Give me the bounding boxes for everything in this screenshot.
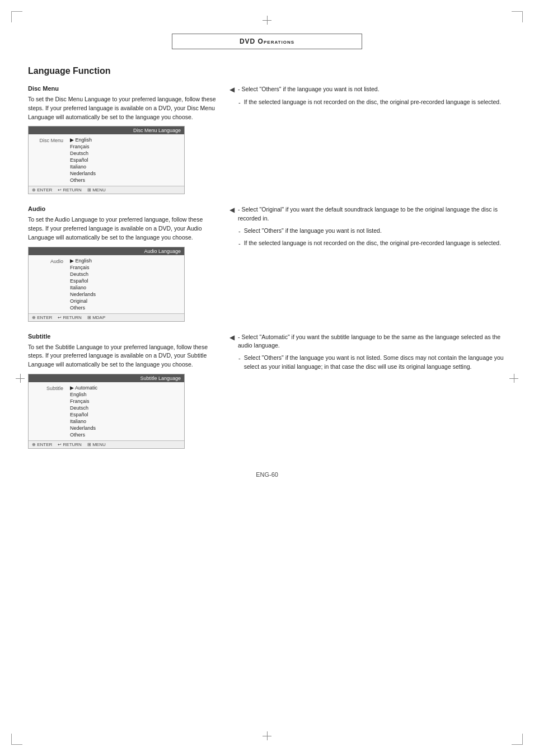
disc-menu-left: Disc Menu To set the Disc Menu Language … bbox=[28, 85, 218, 194]
subtitle-arrow-0: ◀ bbox=[229, 332, 235, 342]
subtitle-sub-text-0: Select "Others" if the language you want… bbox=[244, 354, 506, 372]
disc-menu-subtitle: Disc Menu bbox=[28, 85, 218, 92]
audio-sub-1: - If the selected language is not record… bbox=[238, 239, 506, 248]
disc-menu-arrow-0: ◀ bbox=[229, 84, 235, 95]
page-header: DVD Operations bbox=[172, 34, 362, 49]
audio-item-3: Español bbox=[68, 278, 184, 284]
audio-description: To set the Audio Language to your prefer… bbox=[28, 215, 218, 242]
subtitle-item-7: Others bbox=[68, 431, 184, 438]
subtitle-subtitle: Subtitle bbox=[28, 333, 218, 340]
subtitle-item-6: Nederlands bbox=[68, 425, 184, 431]
disc-menu-sub-0: - If the selected language is not record… bbox=[238, 98, 506, 107]
disc-menu-item-1: Français bbox=[68, 143, 184, 150]
subtitle-item-3: Deutsch bbox=[68, 405, 184, 411]
audio-item-7: Others bbox=[68, 304, 184, 311]
subtitle-item-5: Italiano bbox=[68, 418, 184, 425]
audio-bullet-text-0: - Select "Original" if you want the defa… bbox=[238, 205, 506, 223]
disc-menu-widget-footer: ⊕ ENTER ↩ RETURN ⊞ MENU bbox=[29, 186, 184, 194]
subtitle-bullet-text-0: - Select "Automatic" if you want the sub… bbox=[238, 333, 506, 351]
crosshair-right bbox=[509, 374, 518, 383]
subtitle-description: To set the Subtitle Language to your pre… bbox=[28, 343, 218, 369]
audio-footer-1: ↩ RETURN bbox=[58, 315, 82, 320]
section-title: Language Function bbox=[28, 60, 506, 76]
audio-menu-body: Audio English Français Deutsch Español I… bbox=[29, 255, 184, 313]
subtitle-menu-title: Subtitle Language bbox=[29, 374, 184, 382]
audio-menu-items: English Français Deutsch Español Italian… bbox=[68, 257, 184, 311]
disc-menu-widget: Disc Menu Language Disc Menu English Fra… bbox=[28, 126, 185, 194]
subtitle-item-0: Automatic bbox=[68, 384, 184, 391]
header-title: DVD Operations bbox=[240, 37, 294, 45]
audio-left: Audio To set the Audio Language to your … bbox=[28, 205, 218, 321]
audio-dash-0: - bbox=[238, 227, 241, 236]
disc-menu-item-4: Italiano bbox=[68, 163, 184, 170]
disc-menu-right: ◀ - Select "Others" if the language you … bbox=[218, 85, 506, 194]
subtitle-item-4: Español bbox=[68, 411, 184, 418]
audio-item-0: English bbox=[68, 257, 184, 264]
audio-right: ◀ - Select "Original" if you want the de… bbox=[218, 205, 506, 321]
corner-mark-bl bbox=[11, 734, 22, 745]
audio-sub-0: - Select "Others" if the language you wa… bbox=[238, 227, 506, 236]
subtitle-item-2: Français bbox=[68, 398, 184, 405]
disc-menu-widget-body: Disc Menu English Français Deutsch Españ… bbox=[29, 134, 184, 186]
audio-menu-title: Audio Language bbox=[29, 247, 184, 255]
crosshair-left bbox=[16, 374, 25, 383]
subtitle-dash-0: - bbox=[238, 354, 241, 372]
disc-menu-description: To set the Disc Menu Language to your pr… bbox=[28, 95, 218, 121]
audio-sub-text-0: Select "Others" if the language you want… bbox=[244, 227, 382, 236]
audio-menu-footer: ⊕ ENTER ↩ RETURN ⊞ MDAP bbox=[29, 313, 184, 321]
subtitle-menu-footer: ⊕ ENTER ↩ RETURN ⊞ MENU bbox=[29, 440, 184, 448]
disc-menu-footer-2: ⊞ MENU bbox=[87, 187, 106, 192]
subtitle-sub-0: - Select "Others" if the language you wa… bbox=[238, 354, 506, 372]
corner-mark-tl bbox=[11, 11, 22, 22]
disc-menu-footer-0: ⊕ ENTER bbox=[32, 187, 52, 192]
audio-menu-widget: Audio Language Audio English Français De… bbox=[28, 247, 185, 322]
disc-menu-bullet-0: ◀ - Select "Others" if the language you … bbox=[229, 85, 506, 95]
audio-arrow-0: ◀ bbox=[229, 205, 235, 215]
audio-item-2: Deutsch bbox=[68, 271, 184, 278]
subtitle-menu-items: Automatic English Français Deutsch Españ… bbox=[68, 384, 184, 438]
disc-menu-dash-0: - bbox=[238, 98, 241, 107]
disc-menu-item-6: Others bbox=[68, 177, 184, 184]
audio-item-6: Original bbox=[68, 298, 184, 304]
disc-menu-section: Disc Menu To set the Disc Menu Language … bbox=[28, 85, 506, 194]
audio-item-4: Italiano bbox=[68, 284, 184, 291]
subtitle-footer-0: ⊕ ENTER bbox=[32, 442, 52, 447]
subtitle-section: Subtitle To set the Subtitle Language to… bbox=[28, 333, 506, 449]
corner-mark-tr bbox=[512, 11, 523, 22]
audio-menu-label: Audio bbox=[29, 257, 68, 311]
crosshair-bottom bbox=[263, 731, 271, 740]
disc-menu-widget-label: Disc Menu bbox=[29, 137, 68, 184]
disc-menu-item-0: English bbox=[68, 137, 184, 143]
subtitle-menu-body: Subtitle Automatic English Français Deut… bbox=[29, 382, 184, 440]
disc-menu-footer-1: ↩ RETURN bbox=[58, 187, 82, 192]
disc-menu-item-3: Español bbox=[68, 157, 184, 163]
audio-bullet-0: ◀ - Select "Original" if you want the de… bbox=[229, 205, 506, 223]
audio-subtitle: Audio bbox=[28, 205, 218, 212]
disc-menu-widget-items: English Français Deutsch Español Italian… bbox=[68, 137, 184, 184]
subtitle-menu-label: Subtitle bbox=[29, 384, 68, 438]
subtitle-bullet-0: ◀ - Select "Automatic" if you want the s… bbox=[229, 333, 506, 351]
audio-section: Audio To set the Audio Language to your … bbox=[28, 205, 506, 321]
subtitle-item-1: English bbox=[68, 391, 184, 398]
disc-menu-widget-title: Disc Menu Language bbox=[29, 126, 184, 134]
subtitle-footer-1: ↩ RETURN bbox=[58, 442, 82, 447]
subtitle-footer-2: ⊞ MENU bbox=[87, 442, 106, 447]
subtitle-left: Subtitle To set the Subtitle Language to… bbox=[28, 333, 218, 449]
crosshair-top bbox=[263, 16, 271, 25]
audio-sub-text-1: If the selected language is not recorded… bbox=[244, 239, 501, 248]
disc-menu-bullet-text-0: - Select "Others" if the language you wa… bbox=[238, 85, 380, 94]
audio-item-5: Nederlands bbox=[68, 291, 184, 298]
audio-item-1: Français bbox=[68, 264, 184, 271]
audio-footer-0: ⊕ ENTER bbox=[32, 315, 52, 320]
disc-menu-item-2: Deutsch bbox=[68, 150, 184, 157]
audio-dash-1: - bbox=[238, 239, 241, 248]
subtitle-right: ◀ - Select "Automatic" if you want the s… bbox=[218, 333, 506, 449]
audio-footer-2: ⊞ MDAP bbox=[87, 315, 105, 320]
corner-mark-br bbox=[512, 734, 523, 745]
disc-menu-item-5: Nederlands bbox=[68, 170, 184, 177]
disc-menu-sub-text-0: If the selected language is not recorded… bbox=[244, 98, 501, 107]
page-number: ENG-60 bbox=[28, 471, 506, 478]
subtitle-menu-widget: Subtitle Language Subtitle Automatic Eng… bbox=[28, 374, 185, 449]
